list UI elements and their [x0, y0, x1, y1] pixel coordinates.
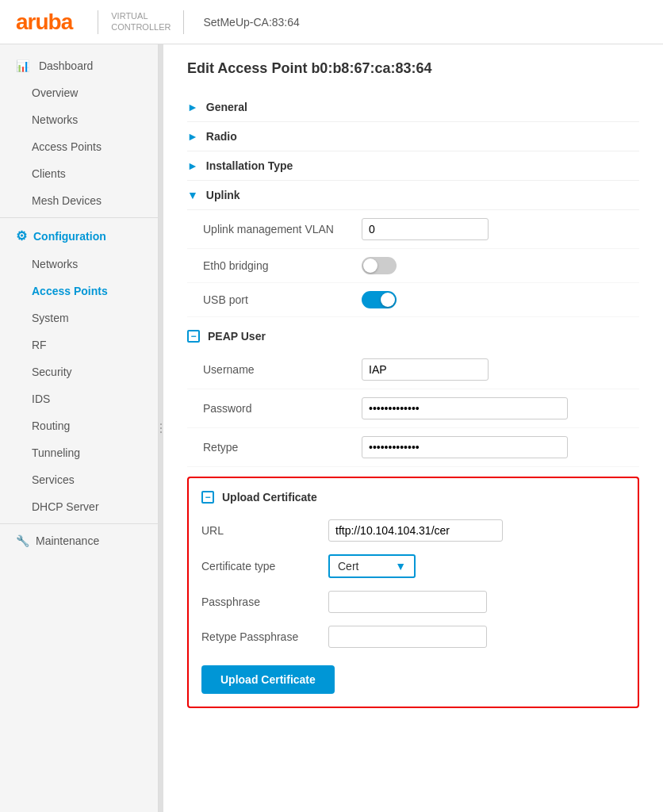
sidebar-label-conf-access-points: Access Points [32, 285, 108, 297]
sidebar-label-dashboard: Dashboard [39, 59, 94, 72]
sidebar-label-networks: Networks [32, 113, 78, 126]
cert-form-row-passphrase: Passphrase [201, 584, 625, 619]
retype-passphrase-input[interactable] [328, 626, 487, 648]
logo-text: aruba [16, 10, 72, 35]
sidebar-divider-1 [0, 217, 158, 218]
aruba-logo: aruba [16, 10, 72, 35]
sidebar-item-maintenance[interactable]: 🔧 Maintenance [0, 527, 158, 554]
sidebar-label-conf-system: System [32, 312, 69, 324]
sidebar-item-mesh-devices[interactable]: Mesh Devices [16, 187, 158, 214]
section-general[interactable]: ► General [187, 93, 639, 122]
passphrase-label: Passphrase [201, 596, 328, 608]
header-divider-2 [183, 10, 184, 34]
main-layout: 📊 Dashboard Overview Networks Access Poi… [0, 44, 663, 812]
main-content: Edit Access Point b0:b8:67:ca:83:64 ► Ge… [163, 44, 663, 812]
sidebar-label-conf-routing: Routing [32, 419, 70, 432]
section-installation-label: Installation Type [206, 159, 293, 172]
sidebar-item-access-points[interactable]: Access Points [16, 133, 158, 160]
upload-cert-title: Upload Certificate [222, 491, 317, 504]
password-label: Password [203, 402, 362, 415]
retype-passphrase-label: Retype Passphrase [201, 630, 328, 643]
sidebar-section-configuration[interactable]: ⚙ Configuration [0, 221, 158, 251]
chevron-general-icon: ► [187, 101, 198, 113]
form-row-eth0-bridging: Eth0 bridging [187, 249, 639, 283]
uplink-vlan-label: Uplink management VLAN [203, 223, 362, 236]
sidebar-item-clients[interactable]: Clients [16, 160, 158, 187]
sidebar-item-conf-tunneling[interactable]: Tunneling [16, 439, 158, 466]
chevron-installation-icon: ► [187, 159, 198, 172]
toggle-knob-usb [381, 293, 395, 307]
peap-section-header[interactable]: − PEAP User [187, 322, 639, 350]
device-name: SetMeUp-CA:83:64 [203, 16, 299, 29]
resize-dots [160, 423, 162, 433]
section-uplink[interactable]: ▼ Uplink [187, 181, 639, 210]
cert-form-row-cert-type: Certificate type Cert ▼ [201, 548, 625, 584]
sidebar-item-conf-security[interactable]: Security [16, 358, 158, 385]
toggle-knob-eth0 [363, 259, 377, 273]
cert-type-label: Certificate type [201, 560, 328, 573]
chevron-radio-icon: ► [187, 130, 198, 143]
wrench-icon: 🔧 [16, 534, 29, 547]
eth0-bridging-label: Eth0 bridging [203, 259, 362, 272]
sidebar-item-conf-rf[interactable]: RF [16, 331, 158, 358]
form-row-username: Username [187, 350, 639, 389]
section-installation-type[interactable]: ► Installation Type [187, 151, 639, 181]
uplink-section: Uplink management VLAN Eth0 bridging USB… [187, 210, 639, 317]
upload-cert-collapse-icon: − [201, 491, 214, 504]
section-radio[interactable]: ► Radio [187, 122, 639, 151]
sidebar-label-conf-ids: IDS [32, 393, 50, 405]
retype-label: Retype [203, 441, 362, 454]
cert-form-row-url: URL [201, 513, 625, 548]
page-title: Edit Access Point b0:b8:67:ca:83:64 [187, 60, 639, 77]
app-header: aruba VIRTUALCONTROLLER SetMeUp-CA:83:64 [0, 0, 663, 44]
sidebar-item-conf-routing[interactable]: Routing [16, 412, 158, 439]
sidebar-label-conf-rf: RF [32, 339, 47, 351]
form-row-retype: Retype [187, 428, 639, 467]
chevron-uplink-icon: ▼ [187, 189, 198, 201]
bar-chart-icon: 📊 [16, 59, 29, 72]
retype-input[interactable] [362, 436, 568, 458]
peap-section-title: PEAP User [208, 330, 266, 343]
usb-port-toggle[interactable] [362, 291, 397, 308]
sidebar-label-overview: Overview [32, 86, 78, 99]
sidebar-label-conf-networks: Networks [32, 258, 78, 270]
usb-port-label: USB port [203, 293, 362, 306]
cert-form-row-retype-passphrase: Retype Passphrase [201, 619, 625, 654]
username-input[interactable] [362, 358, 489, 381]
sidebar-label-configuration: Configuration [33, 230, 106, 243]
cert-type-value: Cert [338, 560, 358, 573]
virtual-controller-label: VIRTUALCONTROLLER [111, 11, 171, 32]
chevron-down-icon: ▼ [395, 560, 406, 573]
username-label: Username [203, 363, 362, 376]
upload-cert-header[interactable]: − Upload Certificate [201, 491, 625, 504]
peap-section: − PEAP User Username Password Retype [187, 322, 639, 467]
url-input[interactable] [328, 519, 503, 542]
sidebar-item-conf-system[interactable]: System [16, 304, 158, 331]
gear-icon: ⚙ [16, 228, 27, 243]
peap-collapse-icon: − [187, 330, 200, 343]
password-input[interactable] [362, 397, 568, 419]
section-radio-label: Radio [206, 130, 237, 143]
sidebar-label-conf-dhcp: DHCP Server [32, 500, 99, 513]
sidebar-item-networks[interactable]: Networks [16, 106, 158, 133]
passphrase-input[interactable] [328, 591, 487, 613]
sidebar: 📊 Dashboard Overview Networks Access Poi… [0, 44, 159, 812]
sidebar-item-conf-dhcp[interactable]: DHCP Server [16, 493, 158, 520]
form-row-password: Password [187, 389, 639, 428]
sidebar-label-mesh-devices: Mesh Devices [32, 194, 102, 207]
header-divider [98, 10, 98, 34]
upload-certificate-button[interactable]: Upload Certificate [201, 665, 335, 694]
upload-certificate-box: − Upload Certificate URL Certificate typ… [187, 477, 639, 708]
sidebar-item-conf-access-points[interactable]: Access Points [16, 278, 158, 304]
sidebar-divider-2 [0, 523, 158, 524]
sidebar-item-conf-networks[interactable]: Networks [16, 251, 158, 278]
cert-type-select[interactable]: Cert ▼ [328, 554, 416, 578]
sidebar-item-conf-ids[interactable]: IDS [16, 385, 158, 412]
sidebar-item-overview[interactable]: Overview [16, 79, 158, 106]
sidebar-label-conf-tunneling: Tunneling [32, 446, 80, 459]
sidebar-item-conf-services[interactable]: Services [16, 466, 158, 493]
sidebar-item-dashboard[interactable]: 📊 Dashboard [0, 52, 158, 79]
form-row-uplink-vlan: Uplink management VLAN [187, 210, 639, 249]
eth0-bridging-toggle[interactable] [362, 257, 397, 274]
uplink-vlan-input[interactable] [362, 218, 489, 240]
